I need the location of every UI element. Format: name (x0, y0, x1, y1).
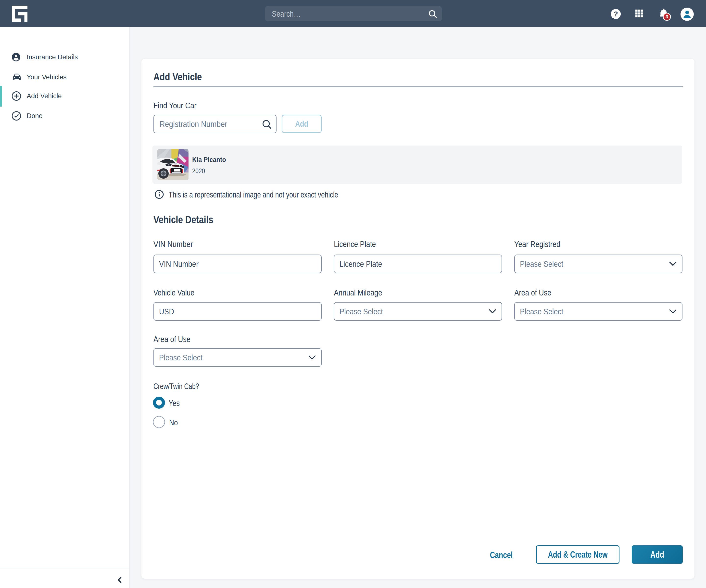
svg-text:3: 3 (666, 14, 668, 19)
svg-text:?: ? (614, 10, 618, 18)
